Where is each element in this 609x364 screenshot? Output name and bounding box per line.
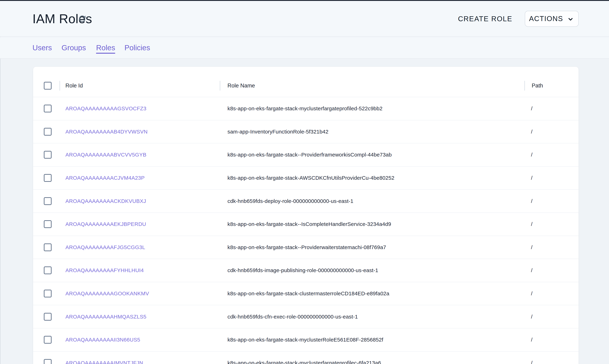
role-name-cell: k8s-app-on-eks-fargate-stack-myclusterfa… [227,105,382,112]
path-cell: / [531,244,532,250]
role-name-cell: cdk-hnb659fds-deploy-role-000000000000-u… [227,198,353,204]
select-all-checkbox[interactable] [44,82,52,90]
role-name-cell: k8s-app-on-eks-fargate-stack--Providerfr… [227,152,392,158]
table-row: AROAQAAAAAAAAFJG5CGG3L k8s-app-on-eks-fa… [33,236,579,259]
table-header-row: Role Id Role Name Path [33,75,579,97]
actions-button[interactable]: ACTIONS [525,11,579,27]
refresh-button[interactable] [77,13,88,25]
role-id-link[interactable]: AROAQAAAAAAAACJVM4A23P [65,175,145,181]
row-checkbox[interactable] [44,313,52,321]
path-cell: / [531,175,532,181]
row-checkbox[interactable] [44,105,52,112]
table-row: AROAQAAAAAAAACKDKVUBXJ cdk-hnb659fds-dep… [33,190,579,213]
page-header: IAM Roles CREATE ROLE ACTIONS [0,1,609,37]
table-row: AROAQAAAAAAAAFYHHLHUI4 cdk-hnb659fds-ima… [33,259,579,282]
role-name-cell: k8s-app-on-eks-fargate-stack--Providerwa… [227,244,386,250]
row-checkbox[interactable] [44,174,52,182]
role-id-link[interactable]: AROAQAAAAAAAAEKJBPERDU [65,221,146,227]
path-cell: / [531,337,532,343]
column-resize-handle[interactable] [524,81,525,91]
column-header-role-id[interactable]: Role Id [65,82,83,89]
create-role-button[interactable]: CREATE ROLE [458,15,512,23]
path-cell: / [531,290,532,297]
path-cell: / [531,198,532,204]
role-id-link[interactable]: AROAQAAAAAAAAIMVNTJFJN [65,360,143,364]
role-id-link[interactable]: AROAQAAAAAAAABVCVV5GYB [65,152,146,158]
row-checkbox[interactable] [44,220,52,228]
table-row: AROAQAAAAAAAAEKJBPERDU k8s-app-on-eks-fa… [33,213,579,236]
column-resize-handle[interactable] [59,81,60,91]
tab-groups[interactable]: Groups [62,44,86,52]
path-cell: / [531,221,532,227]
role-name-cell: k8s-app-on-eks-fargate-stack--IsComplete… [227,221,391,227]
role-id-link[interactable]: AROAQAAAAAAAAFYHHLHUI4 [65,267,144,273]
row-checkbox[interactable] [44,290,52,298]
row-checkbox[interactable] [44,336,52,344]
roles-table-card: Role Id Role Name Path AROAQAAAAAAAAAGSV… [33,66,579,364]
table-row: AROAQAAAAAAAAB4DYVWSVN sam-app-Inventory… [33,120,579,143]
role-id-link[interactable]: AROAQAAAAAAAAAGSVOCFZ3 [65,105,146,112]
role-name-cell: cdk-hnb659fds-cfn-exec-role-000000000000… [227,314,358,320]
role-id-link[interactable]: AROAQAAAAAAAAGOOKANKMV [65,290,149,297]
table-row: AROAQAAAAAAAAHMQASZLS5 cdk-hnb659fds-cfn… [33,305,579,328]
row-checkbox[interactable] [44,359,52,364]
actions-button-label: ACTIONS [529,15,563,23]
path-cell: / [531,267,532,273]
table-row: AROAQAAAAAAAAIMVNTJFJN k8s-app-on-eks-fa… [33,351,579,364]
table-row: AROAQAAAAAAAAAGSVOCFZ3 k8s-app-on-eks-fa… [33,97,579,120]
column-resize-handle[interactable] [220,81,220,91]
path-cell: / [531,152,532,158]
role-name-cell: cdk-hnb659fds-image-publishing-role-0000… [227,267,378,273]
row-checkbox[interactable] [44,266,52,274]
path-cell: / [531,129,532,135]
row-checkbox[interactable] [44,128,52,136]
tab-roles[interactable]: Roles [96,44,115,52]
path-cell: / [531,105,532,112]
table-row: AROAQAAAAAAAABVCVV5GYB k8s-app-on-eks-fa… [33,143,579,167]
tab-users[interactable]: Users [32,44,52,52]
table-row: AROAQAAAAAAAACJVM4A23P k8s-app-on-eks-fa… [33,167,579,190]
role-name-cell: k8s-app-on-eks-fargate-stack-clustermast… [227,290,389,297]
role-id-link[interactable]: AROAQAAAAAAAACKDKVUBXJ [65,198,146,204]
role-id-link[interactable]: AROAQAAAAAAAAB4DYVWSVN [65,129,148,135]
row-checkbox[interactable] [44,243,52,251]
role-id-link[interactable]: AROAQAAAAAAAAII3N66US5 [65,337,140,343]
role-name-cell: sam-app-InventoryFunctionRole-5f321b42 [227,129,329,135]
iam-tabs: Users Groups Roles Policies [0,37,609,59]
refresh-icon [78,14,87,24]
role-name-cell: k8s-app-on-eks-fargate-stack-AWSCDKCfnUt… [227,175,394,181]
tab-policies[interactable]: Policies [125,44,150,52]
table-row: AROAQAAAAAAAAGOOKANKMV k8s-app-on-eks-fa… [33,282,579,305]
role-name-cell: k8s-app-on-eks-fargate-stack-myclusterfa… [227,360,381,364]
path-cell: / [531,360,532,364]
table-row: AROAQAAAAAAAAII3N66US5 k8s-app-on-eks-fa… [33,328,579,351]
role-id-link[interactable]: AROAQAAAAAAAAFJG5CGG3L [65,244,145,250]
role-name-cell: k8s-app-on-eks-fargate-stack-myclusterRo… [227,337,383,343]
row-checkbox[interactable] [44,197,52,205]
role-id-link[interactable]: AROAQAAAAAAAAHMQASZLS5 [65,314,146,320]
chevron-down-icon [567,14,574,23]
row-checkbox[interactable] [44,151,52,159]
path-cell: / [531,314,532,320]
table-rows: AROAQAAAAAAAAAGSVOCFZ3 k8s-app-on-eks-fa… [33,97,579,364]
column-header-role-name[interactable]: Role Name [227,82,255,89]
column-header-path[interactable]: Path [532,82,543,89]
